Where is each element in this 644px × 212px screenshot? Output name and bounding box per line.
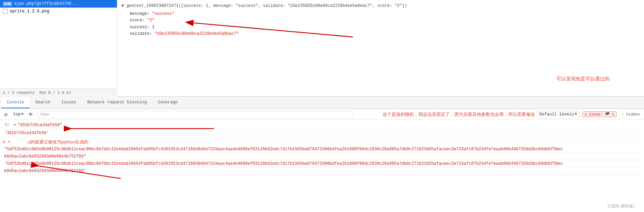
clear-console-button[interactable]: ⊘ bbox=[2, 111, 10, 118]
console-annotation-text: 这个是值的随机，我这边是固定了，因为后面其他参数也会用，所以需要修改 bbox=[383, 111, 535, 118]
ot-value: "391b735ca34afb58" bbox=[17, 122, 62, 129]
tab-search[interactable]: Search bbox=[30, 97, 56, 108]
annotation-right-text: 可以发现他是可以通过的 bbox=[556, 76, 610, 82]
log-levels-dropdown[interactable]: Default levels ▼ bbox=[537, 111, 579, 118]
toolbar-right: Default levels ▼ 1 Issue: 🏴 1 ↑ hidden bbox=[537, 111, 642, 118]
request-item-ajax[interactable]: XHR ajax.php?gt=ff3cd843746... bbox=[0, 0, 117, 8]
xhr-icon: XHR bbox=[3, 2, 12, 6]
eye-icon: 👁 bbox=[28, 112, 33, 117]
issues-badge[interactable]: 1 Issue: 🏴 1 bbox=[582, 111, 617, 117]
u-value-line2: b8d5ac2abc6e632b03d0e66e4b752703" bbox=[4, 153, 86, 160]
console-line-u-3: '5df52bd01c802e0b99125c98db11ceac98bc8b7… bbox=[3, 160, 641, 168]
field-val-score: "2" bbox=[147, 18, 155, 23]
console-filter-input[interactable] bbox=[37, 111, 353, 118]
response-field-validate: validate: "d3e235055c86e66ca2220b4ee5a9e… bbox=[130, 31, 640, 37]
field-val-success: 1 bbox=[152, 25, 155, 30]
levels-label: Default levels bbox=[539, 112, 574, 117]
u-annotation-text: u的值通过修改为python生成的 bbox=[28, 139, 88, 145]
request-count: 1 / 2 requests bbox=[3, 91, 34, 95]
tab-bar: Console Search Issues Network request bl… bbox=[0, 97, 644, 109]
field-key-validate: validate: bbox=[130, 31, 155, 36]
console-output: Ot = "391b735ca34afb58" '391b735ca34afb5… bbox=[0, 120, 644, 212]
tab-issues[interactable]: Issues bbox=[56, 97, 82, 108]
u-value-line3: '5df52bd01c802e0b99125c98db11ceac98bc8b7… bbox=[4, 161, 563, 167]
u-prefix: u = bbox=[3, 140, 10, 144]
hidden-messages-button[interactable]: ↑ hidden bbox=[620, 112, 642, 117]
response-header-line: ▼ geetest_1689230072471({success: 1, mes… bbox=[121, 3, 640, 9]
console-toolbar: ⊘ top ▼ 👁 这个是值的随机，我这边是固定了，因为后面其他参数也会用，所以… bbox=[0, 109, 644, 120]
console-line-u-4: b8d5ac2abc6e632b03d0e66e4b752703' bbox=[3, 168, 641, 175]
request-list: XHR ajax.php?gt=ff3cd843746... sprite.1.… bbox=[0, 0, 117, 15]
context-label: top bbox=[13, 112, 21, 117]
ot-value-sub: '391b735ca34afb58' bbox=[4, 130, 49, 137]
watermark: CSDN @轩辕丿 bbox=[607, 203, 637, 209]
network-status-bar: 1 / 2 requests 553 B / 1.0 kl bbox=[0, 88, 117, 97]
field-val-validate: "d3e235055c86e66ca2220b4ee5a9eac7" bbox=[155, 31, 239, 36]
field-key-score: score: bbox=[130, 18, 147, 23]
request-item-sprite[interactable]: sprite.1.2.6.png bbox=[0, 8, 117, 15]
u-value-line4: b8d5ac2abc6e632b03d0e66e4b752703' bbox=[4, 168, 86, 174]
request-label-ajax: ajax.php?gt=ff3cd843746... bbox=[14, 1, 79, 6]
image-icon bbox=[3, 9, 8, 14]
timestamps-button[interactable]: 👁 bbox=[27, 111, 34, 118]
response-header-text: ▼ geetest_1689230072471({success: 1, mes… bbox=[121, 3, 407, 8]
console-line-ot-sub: '391b735ca34afb58' bbox=[3, 129, 641, 137]
levels-arrow-icon: ▼ bbox=[575, 112, 577, 116]
ot-equals: = bbox=[11, 122, 16, 129]
line-gutter-1: Ot bbox=[3, 122, 10, 129]
clear-icon: ⊘ bbox=[4, 112, 8, 117]
request-label-sprite: sprite.1.2.6.png bbox=[10, 9, 49, 14]
dropdown-arrow-icon: ▼ bbox=[21, 112, 23, 116]
response-field-success: success: 1 bbox=[130, 24, 640, 31]
console-line-u-2: b8d5ac2abc6e632b03d0e66e4b752703" bbox=[3, 153, 641, 160]
field-key-message: message: bbox=[130, 11, 152, 16]
tab-coverage[interactable]: Coverage bbox=[152, 97, 184, 108]
response-fields: message: "success" score: "2" success: 1… bbox=[121, 11, 640, 37]
field-val-message: "success" bbox=[152, 11, 175, 16]
request-size: 553 B / 1.0 kl bbox=[39, 91, 71, 95]
request-list-wrapper: XHR ajax.php?gt=ff3cd843746... sprite.1.… bbox=[0, 0, 117, 97]
response-field-score: score: "2" bbox=[130, 17, 640, 24]
tab-console[interactable]: Console bbox=[1, 97, 30, 108]
console-line-ot: Ot = "391b735ca34afb58" bbox=[3, 121, 641, 129]
tab-network-blocking[interactable]: Network request blocking bbox=[82, 97, 152, 108]
response-panel: ▼ geetest_1689230072471({success: 1, mes… bbox=[117, 0, 644, 96]
network-panel: XHR ajax.php?gt=ff3cd843746... sprite.1.… bbox=[0, 0, 644, 97]
field-key-success: success: bbox=[130, 25, 152, 30]
console-line-u-1: "5df52bd01c802e0b99125c98db11ceac98bc8b7… bbox=[3, 146, 641, 153]
response-field-message: message: "success" bbox=[130, 11, 640, 17]
context-dropdown[interactable]: top ▼ bbox=[12, 111, 25, 118]
u-annotation-container: u = u的值通过修改为python生成的 bbox=[3, 139, 641, 145]
u-value-line1: "5df52bd01c802e0b99125c98db11ceac98bc8b7… bbox=[4, 146, 563, 152]
